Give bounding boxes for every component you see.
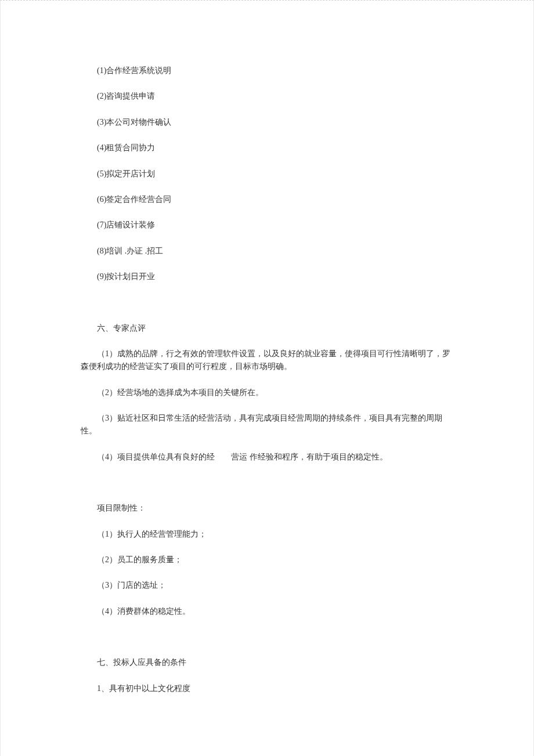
section-gap xyxy=(81,476,453,502)
expert-comment-3: （3）贴近社区和日常生活的经营活动，具有完成项目经营周期的持续条件，项目具有完整… xyxy=(81,412,453,438)
section-gap xyxy=(81,296,453,322)
bidder-condition-1: 1、具有初中以上文化程度 xyxy=(81,682,453,695)
step-item-6: (6)签定合作经营合同 xyxy=(81,193,453,206)
expert-comment-2: （2）经营场地的选择成为本项目的关键所在。 xyxy=(81,386,453,399)
section-7-heading: 七、投标人应具备的条件 xyxy=(81,656,453,669)
step-item-9: (9)按计划日开业 xyxy=(81,270,453,283)
step-item-1: (1)合作经营系统说明 xyxy=(81,64,453,77)
limits-heading: 项目限制性： xyxy=(81,502,453,515)
step-item-7: (7)店铺设计装修 xyxy=(81,219,453,231)
limit-item-1: （1）执行人的经营管理能力； xyxy=(81,528,453,541)
expert-comment-4a: （4）项目提供单位具有良好的经 xyxy=(97,453,215,461)
step-item-5: (5)拟定开店计划 xyxy=(81,168,453,180)
step-item-8: (8)培训 .办证 .招工 xyxy=(81,245,453,258)
expert-comment-4: （4）项目提供单位具有良好的经营运 作经验和程序，有助于项目的稳定性。 xyxy=(81,451,453,464)
expert-comment-4b: 营运 作经验和程序，有助于项目的稳定性。 xyxy=(231,453,388,461)
step-item-3: (3)本公司对物件确认 xyxy=(81,116,453,129)
limit-item-2: （2）员工的服务质量； xyxy=(81,554,453,566)
expert-comment-1: （1）成熟的品牌，行之有效的管理软件设置，以及良好的就业容量，使得项目可行性清晰… xyxy=(81,348,453,374)
section-gap xyxy=(81,631,453,656)
step-item-4: (4)租赁合同协力 xyxy=(81,142,453,154)
limit-item-4: （4）消费群体的稳定性。 xyxy=(81,605,453,618)
document-page: (1)合作经营系统说明 (2)咨询提供申请 (3)本公司对物件确认 (4)租赁合… xyxy=(0,0,534,756)
step-item-2: (2)咨询提供申请 xyxy=(81,90,453,103)
limit-item-3: （3）门店的选址； xyxy=(81,579,453,592)
section-6-heading: 六、专家点评 xyxy=(81,322,453,335)
